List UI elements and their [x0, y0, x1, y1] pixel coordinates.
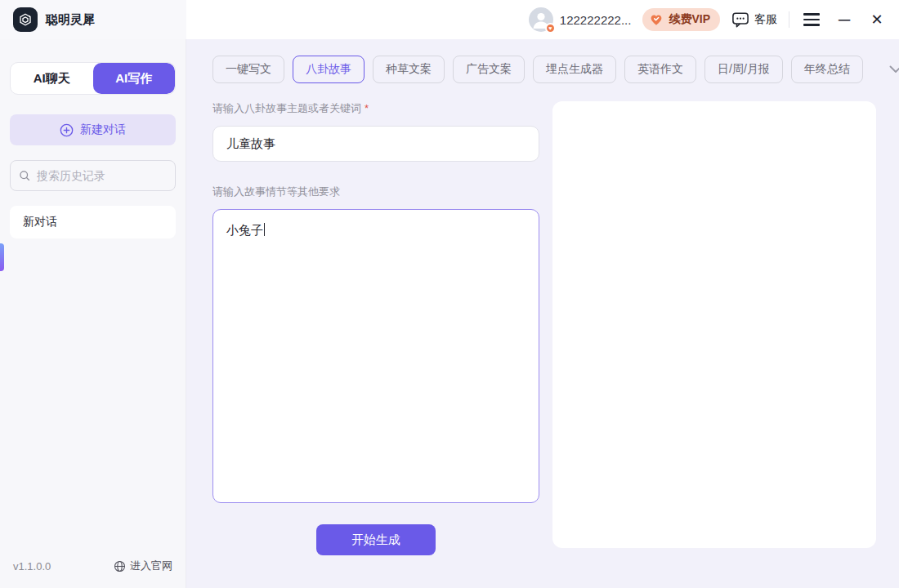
- official-site-link[interactable]: 进入官网: [114, 559, 172, 573]
- more-tabs-button[interactable]: [889, 65, 899, 74]
- avatar-vip-badge-icon: ♥: [545, 23, 556, 33]
- username[interactable]: 122222222...: [560, 13, 632, 27]
- renew-vip-button[interactable]: 续费VIP: [642, 8, 720, 31]
- close-button[interactable]: ✕: [866, 9, 888, 30]
- topic-label: 请输入八卦故事主题或者关键词*: [212, 101, 539, 116]
- tab-tracking-generator[interactable]: 埋点生成器: [533, 56, 616, 83]
- renew-vip-label: 续费VIP: [669, 12, 710, 27]
- required-mark: *: [365, 102, 369, 114]
- history-search[interactable]: [10, 160, 176, 191]
- sidebar: AI聊天 AI写作 新建对话 新对话: [0, 39, 186, 588]
- topbar-divider: [789, 11, 789, 28]
- text-caret: [264, 223, 265, 236]
- topbar: 聪明灵犀 ♥ 122222222... 续费VIP: [0, 0, 899, 39]
- tab-one-click-writing[interactable]: 一键写文: [212, 56, 284, 83]
- tab-ai-chat[interactable]: AI聊天: [11, 63, 93, 94]
- chat-bubble-icon: [731, 11, 749, 28]
- plus-circle-icon: [60, 123, 74, 137]
- menu-button[interactable]: [801, 9, 822, 30]
- mode-switcher: AI聊天 AI写作: [10, 62, 176, 95]
- story-detail-textarea[interactable]: 小兔子: [212, 209, 539, 503]
- detail-label: 请输入故事情节等其他要求: [212, 185, 539, 199]
- vip-heart-icon: [649, 12, 664, 27]
- tab-english-essay[interactable]: 英语作文: [624, 56, 696, 83]
- globe-icon: [114, 560, 126, 572]
- tab-year-end-summary[interactable]: 年终总结: [791, 56, 863, 83]
- customer-support-label: 客服: [754, 12, 777, 27]
- sidebar-footer: v1.1.0.0 进入官网: [0, 547, 186, 588]
- history-search-input[interactable]: [37, 169, 167, 182]
- customer-support-button[interactable]: 客服: [731, 11, 777, 28]
- user-avatar[interactable]: ♥: [529, 7, 553, 32]
- output-panel: [552, 101, 876, 548]
- story-detail-text: 小兔子: [226, 223, 263, 237]
- search-icon: [19, 169, 30, 182]
- new-chat-button[interactable]: 新建对话: [10, 114, 176, 145]
- tab-gossip-story[interactable]: 八卦故事: [293, 56, 365, 83]
- tab-seeding-copy[interactable]: 种草文案: [373, 56, 445, 83]
- main-area: 一键写文 八卦故事 种草文案 广告文案 埋点生成器 英语作文 日/周/月报 年终…: [186, 39, 899, 588]
- tab-ad-copy[interactable]: 广告文案: [453, 56, 525, 83]
- minimize-button[interactable]: ─: [834, 9, 855, 30]
- topic-input[interactable]: [212, 126, 539, 162]
- app-title: 聪明灵犀: [46, 12, 95, 28]
- app-window: 聪明灵犀 ♥ 122222222... 续费VIP: [0, 0, 899, 588]
- app-logo-icon: [13, 7, 38, 32]
- topbar-brand: 聪明灵犀: [0, 0, 186, 39]
- history-item-new-chat[interactable]: 新对话: [10, 206, 176, 238]
- app-version: v1.1.0.0: [13, 560, 51, 572]
- tab-ai-writing[interactable]: AI写作: [93, 63, 176, 94]
- writing-template-tabs: 一键写文 八卦故事 种草文案 广告文案 埋点生成器 英语作文 日/周/月报 年终…: [212, 56, 876, 83]
- hamburger-icon: [803, 13, 820, 26]
- official-site-label: 进入官网: [130, 559, 172, 573]
- account-info[interactable]: ♥ 122222222...: [529, 7, 632, 32]
- chevron-down-icon: [889, 65, 899, 74]
- tab-daily-weekly-monthly-report[interactable]: 日/周/月报: [704, 56, 783, 83]
- active-history-indicator: [0, 243, 4, 271]
- generate-button[interactable]: 开始生成: [316, 524, 436, 555]
- new-chat-label: 新建对话: [80, 122, 126, 137]
- story-form: 请输入八卦故事主题或者关键词* 请输入故事情节等其他要求 小兔子 开始生成: [212, 101, 539, 588]
- topbar-actions: ♥ 122222222... 续费VIP 客服: [186, 7, 899, 32]
